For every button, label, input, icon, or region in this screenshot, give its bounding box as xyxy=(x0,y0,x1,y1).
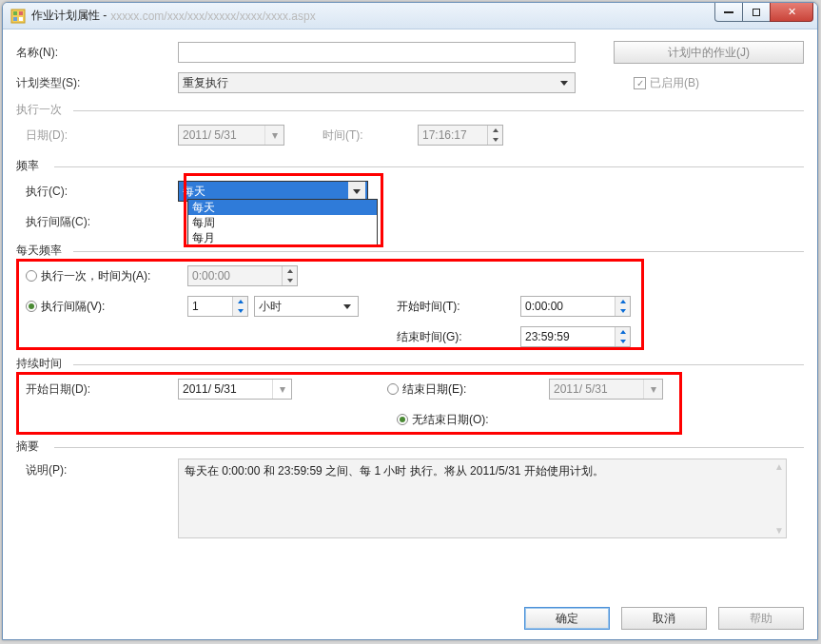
exec-dropdown-list[interactable]: 每天 每周 每月 xyxy=(187,199,378,246)
end-date-input: 2011/ 5/31 ▾ xyxy=(549,379,663,400)
end-date-label: 结束日期(E): xyxy=(402,381,466,398)
exec-option-weekly[interactable]: 每周 xyxy=(188,215,377,230)
once-at-radio[interactable] xyxy=(26,270,37,282)
start-date-label: 开始日期(D): xyxy=(16,381,178,398)
calendar-icon: ▾ xyxy=(264,126,283,145)
once-date-input: 2011/ 5/31 ▾ xyxy=(178,125,284,146)
interval-unit-dropdown[interactable]: 小时 xyxy=(254,296,359,317)
start-date-input[interactable]: 2011/ 5/31 ▾ xyxy=(178,379,292,400)
summary-text: 每天在 0:00:00 和 23:59:59 之间、每 1 小时 执行。将从 2… xyxy=(178,459,787,538)
svg-rect-2 xyxy=(19,11,23,15)
jobs-in-plan-button[interactable]: 计划中的作业(J) xyxy=(614,41,804,64)
calendar-icon[interactable]: ▾ xyxy=(272,380,291,399)
once-time-input: 17:16:17 xyxy=(418,125,503,146)
desc-label: 说明(P): xyxy=(16,459,178,478)
exec-value: 每天 xyxy=(183,184,205,200)
end-time-input[interactable]: 23:59:59 xyxy=(520,326,631,347)
window-title: 作业计划属性 - xyxy=(31,8,107,24)
once-at-label: 执行一次，时间为(A): xyxy=(41,268,150,284)
once-at-time: 0:00:00 xyxy=(187,265,298,286)
plan-type-label: 计划类型(S): xyxy=(16,75,178,91)
cancel-button[interactable]: 取消 xyxy=(621,607,707,630)
start-time-input[interactable]: 0:00:00 xyxy=(520,296,631,317)
section-summary: 摘要 xyxy=(16,439,45,453)
plan-type-value: 重复执行 xyxy=(183,75,228,91)
exec-label: 执行(C): xyxy=(16,184,178,200)
calendar-icon: ▾ xyxy=(643,380,662,399)
maximize-button[interactable] xyxy=(742,3,771,22)
titlebar: 作业计划属性 - xxxxx.com/xxx/xxx/xxxxx/xxxx/xx… xyxy=(3,3,817,29)
once-date-label: 日期(D): xyxy=(16,127,178,144)
exec-option-daily[interactable]: 每天 xyxy=(188,200,377,215)
close-button[interactable]: ✕ xyxy=(770,3,813,22)
enabled-checkbox[interactable]: ✓ 已启用(B) xyxy=(634,75,699,91)
chevron-down-icon xyxy=(556,73,573,92)
plan-type-dropdown[interactable]: 重复执行 xyxy=(178,72,576,93)
minimize-button[interactable] xyxy=(714,3,743,22)
enabled-label: 已启用(B) xyxy=(650,75,699,91)
name-input[interactable] xyxy=(178,42,576,63)
window-title-path: xxxxx.com/xxx/xxx/xxxxx/xxxx/xxxx.aspx xyxy=(110,10,315,23)
no-end-date-radio[interactable] xyxy=(397,414,408,425)
interval-number[interactable]: 1 xyxy=(187,296,248,317)
end-time-label: 结束时间(G): xyxy=(397,329,520,345)
interval-label: 执行间隔(V): xyxy=(41,299,105,315)
chevron-down-icon xyxy=(339,297,356,316)
section-frequency: 频率 xyxy=(16,159,45,172)
help-button[interactable]: 帮助 xyxy=(718,607,804,630)
interval-radio[interactable] xyxy=(26,301,37,312)
svg-rect-1 xyxy=(13,11,17,15)
end-date-radio[interactable] xyxy=(387,383,399,395)
ok-button[interactable]: 确定 xyxy=(524,607,610,630)
no-end-date-label: 无结束日期(O): xyxy=(412,412,489,428)
section-duration: 持续时间 xyxy=(16,357,68,370)
exec-interval-label: 执行间隔(C): xyxy=(16,214,178,230)
app-icon xyxy=(10,9,26,24)
name-label: 名称(N): xyxy=(16,45,178,61)
svg-rect-3 xyxy=(13,17,17,21)
chevron-down-icon xyxy=(348,182,365,201)
once-time-label: 时间(T): xyxy=(323,127,418,144)
start-time-label: 开始时间(T): xyxy=(397,299,520,315)
section-daily: 每天频率 xyxy=(16,244,68,257)
section-once: 执行一次 xyxy=(16,103,68,116)
svg-rect-4 xyxy=(19,17,23,21)
